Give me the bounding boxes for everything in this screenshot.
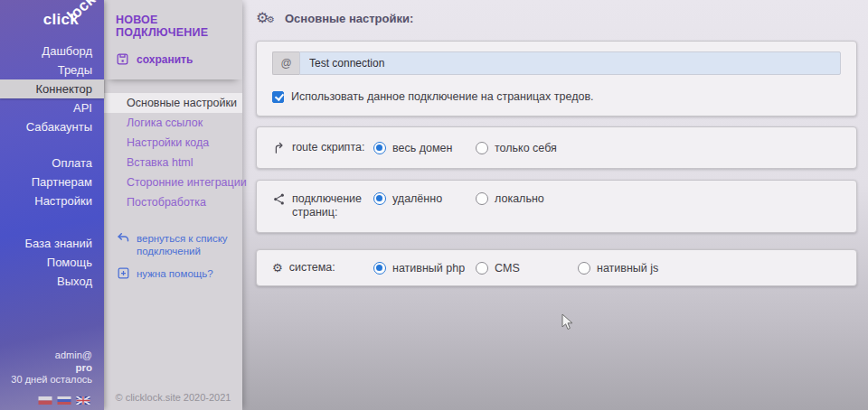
system-options: нативный php CMS нативный js [373, 262, 680, 275]
page-title: Основные настройки: [285, 12, 413, 25]
sidebar-item-connector[interactable]: Коннектор [0, 79, 104, 98]
account-email: admin@ [11, 349, 92, 362]
main-panel: ⚙⚙ Основные настройки: @ Использовать да… [242, 0, 868, 410]
at-icon: @ [272, 51, 299, 75]
save-icon [116, 52, 129, 66]
submenu-item-integrations[interactable]: Сторонние интеграции [104, 172, 242, 192]
gear-icon: ⚙ [272, 261, 283, 275]
option-whole-domain[interactable]: весь домен [373, 142, 476, 154]
route-options: весь домен только себя [373, 142, 578, 154]
submenu-item-code-settings[interactable]: Настройки кода [104, 133, 242, 153]
use-connection-label: Использовать данное подключение на стран… [291, 90, 594, 103]
radio-native-php[interactable] [373, 262, 386, 275]
submenu-item-link-logic[interactable]: Логика ссылок [104, 113, 242, 133]
submenu-item-postprocessing[interactable]: Постобработка [104, 192, 242, 212]
need-help-link[interactable]: нужна помощь? [117, 267, 242, 280]
sidebar-item-dashboard[interactable]: Дашборд [0, 42, 104, 61]
flag-russia-icon[interactable] [57, 396, 71, 405]
option-cms[interactable]: CMS [476, 262, 578, 275]
submenu-links: вернуться к списку подключений нужна пом… [104, 232, 242, 280]
sidebar-item-subaccounts[interactable]: Сабакаунты [0, 117, 104, 136]
submenu-header: НОВОЕ ПОДКЛЮЧЕНИЕ сохранить [104, 0, 242, 79]
logo[interactable]: click lock [43, 11, 79, 29]
submenu-nav: Основные настройки Логика ссылок Настрой… [104, 93, 242, 212]
save-label: сохранить [137, 53, 193, 66]
route-setting-label: route скрипта: [272, 141, 373, 154]
copyright: © clicklock.site 2020-2021 [104, 392, 242, 403]
settings-form: @ Использовать данное подключение на стр… [242, 41, 868, 286]
option-local[interactable]: локально [476, 192, 578, 205]
sidebar-item-help[interactable]: Помощь [0, 253, 104, 272]
sidebar-item-payment[interactable]: Оплата [0, 154, 104, 172]
undo-arrow-icon [117, 231, 130, 245]
route-icon [272, 141, 286, 154]
back-to-connections-link[interactable]: вернуться к списку подключений [117, 232, 242, 257]
option-native-php[interactable]: нативный php [373, 262, 476, 275]
help-link-label: нужна помощь? [137, 267, 213, 280]
flag-poland-icon[interactable] [38, 396, 52, 405]
use-connection-row[interactable]: Использовать данное подключение на стран… [272, 90, 841, 103]
account-info: admin@ pro 30 дней осталось [11, 349, 92, 387]
connection-submenu: НОВОЕ ПОДКЛЮЧЕНИЕ сохранить Основные нас… [104, 0, 242, 410]
sidebar-item-logout[interactable]: Выход [0, 272, 104, 291]
use-connection-checkbox[interactable] [272, 91, 284, 103]
submenu-item-general[interactable]: Основные настройки [104, 93, 242, 113]
system-card: ⚙ система: нативный php CMS нативный js [256, 249, 857, 286]
gears-icon: ⚙⚙ [256, 9, 278, 27]
page-connection-options: удалённо локально [373, 192, 578, 205]
share-icon [272, 192, 286, 206]
account-plan: pro [11, 362, 92, 375]
sidebar: click lock Дашборд Треды Коннектор API С… [0, 0, 104, 410]
submenu-title: НОВОЕ ПОДКЛЮЧЕНИЕ [116, 14, 233, 39]
connection-name-input[interactable] [299, 51, 841, 75]
sidebar-item-threads[interactable]: Треды [0, 61, 104, 79]
radio-native-js[interactable] [578, 262, 590, 275]
radio-only-self[interactable] [476, 142, 488, 154]
submenu-item-html-insert[interactable]: Вставка html [104, 153, 242, 172]
system-label: ⚙ система: [272, 261, 373, 275]
connection-name-row: @ [272, 51, 841, 75]
account-days-left: 30 дней осталось [11, 374, 92, 387]
option-native-js[interactable]: нативный js [578, 262, 680, 275]
connection-name-card: @ Использовать данное подключение на стр… [256, 41, 857, 116]
main-header: ⚙⚙ Основные настройки: [242, 0, 868, 36]
save-button[interactable]: сохранить [116, 52, 233, 66]
app-window: click lock Дашборд Треды Коннектор API С… [0, 0, 868, 410]
radio-local[interactable] [476, 192, 488, 205]
language-switcher [38, 396, 90, 405]
radio-cms[interactable] [476, 262, 488, 275]
sidebar-gap [0, 136, 104, 154]
option-remote[interactable]: удалённо [373, 192, 476, 205]
sidebar-item-knowledge-base[interactable]: База знаний [0, 234, 104, 253]
sidebar-item-settings[interactable]: Настройки [0, 191, 104, 210]
page-connection-label: подключение страниц: [272, 192, 373, 219]
option-only-self[interactable]: только себя [476, 142, 578, 154]
sidebar-item-partners[interactable]: Партнерам [0, 172, 104, 191]
route-setting-card: route скрипта: весь домен только себя [256, 126, 857, 169]
sidebar-item-api[interactable]: API [0, 98, 104, 117]
sidebar-nav: Дашборд Треды Коннектор API Сабакаунты О… [0, 42, 104, 291]
radio-whole-domain[interactable] [373, 142, 386, 154]
radio-remote[interactable] [373, 192, 386, 205]
page-connection-card: подключение страниц: удалённо локально [256, 180, 857, 233]
back-link-label: вернуться к списку подключений [137, 232, 231, 257]
help-plus-icon [117, 266, 130, 280]
sidebar-gap [0, 210, 104, 234]
flag-uk-icon[interactable] [76, 396, 90, 405]
